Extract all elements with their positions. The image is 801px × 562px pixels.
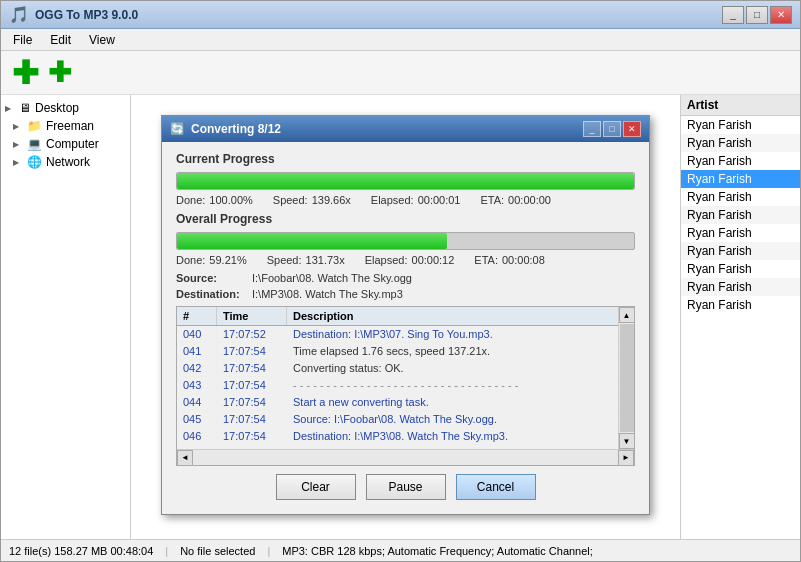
- log-row: 04217:07:54Converting status: OK.: [177, 360, 618, 377]
- log-cell-num: 043: [177, 377, 217, 393]
- sidebar-item-computer[interactable]: ▶ 💻 Computer: [1, 135, 130, 153]
- menu-edit[interactable]: Edit: [42, 31, 79, 49]
- toolbar: ✚ ✚: [1, 51, 800, 95]
- sidebar-item-desktop[interactable]: ▶ 🖥 Desktop: [1, 99, 130, 117]
- scroll-down-button[interactable]: ▼: [619, 433, 635, 449]
- log-cell-desc: Converting status: OK.: [287, 360, 618, 376]
- add-file-button[interactable]: ✚: [7, 55, 43, 91]
- arrow-icon: ▶: [13, 122, 23, 131]
- artist-item[interactable]: Ryan Farish: [681, 278, 800, 296]
- artist-item[interactable]: Ryan Farish: [681, 242, 800, 260]
- status-encoding: MP3: CBR 128 kbps; Automatic Frequency; …: [282, 545, 593, 557]
- overall-eta-stat: ETA: 00:00:08: [474, 254, 544, 266]
- log-row: 04317:07:54- - - - - - - - - - - - - - -…: [177, 377, 618, 394]
- artist-header: Artist: [681, 95, 800, 116]
- overall-speed-stat: Speed: 131.73x: [267, 254, 345, 266]
- content-area: ▶ 🖥 Desktop ▶ 📁 Freeman ▶ 💻 Computer ▶ 🌐…: [1, 95, 800, 539]
- pause-button[interactable]: Pause: [366, 474, 446, 500]
- dialog-title: 🔄 Converting 8/12: [170, 122, 281, 136]
- clear-button[interactable]: Clear: [276, 474, 356, 500]
- add-folder-button[interactable]: ✚: [41, 55, 77, 91]
- app-title: OGG To MP3 9.0.0: [35, 8, 138, 22]
- overall-done-stat: Done: 59.21%: [176, 254, 247, 266]
- overall-done-value: 59.21%: [209, 254, 246, 266]
- main-window: 🎵 OGG To MP3 9.0.0 _ □ ✕ File Edit View …: [0, 0, 801, 562]
- menu-file[interactable]: File: [5, 31, 40, 49]
- log-cell-num: 041: [177, 343, 217, 359]
- arrow-icon: ▶: [5, 104, 15, 113]
- artist-item[interactable]: Ryan Farish: [681, 224, 800, 242]
- overall-speed-value: 131.73x: [306, 254, 345, 266]
- desktop-icon: 🖥: [19, 101, 31, 115]
- arrow-icon: ▶: [13, 140, 23, 149]
- overall-elapsed-value: 00:00:12: [412, 254, 455, 266]
- artist-item[interactable]: Ryan Farish: [681, 116, 800, 134]
- sidebar-item-freeman[interactable]: ▶ 📁 Freeman: [1, 117, 130, 135]
- dialog-minimize-button[interactable]: _: [583, 121, 601, 137]
- main-win-controls: _ □ ✕: [722, 6, 792, 24]
- scroll-left-button[interactable]: ◄: [177, 450, 193, 466]
- dialog-close-button[interactable]: ✕: [623, 121, 641, 137]
- maximize-button[interactable]: □: [746, 6, 768, 24]
- current-progress-stats: Done: 100.00% Speed: 139.66x Elapsed: 00…: [176, 194, 635, 206]
- log-row: 04117:07:54Time elapsed 1.76 secs, speed…: [177, 343, 618, 360]
- log-col-desc: Description: [287, 307, 618, 325]
- computer-icon: 💻: [27, 137, 42, 151]
- log-row: 04517:07:54Source: I:\Foobar\08. Watch T…: [177, 411, 618, 428]
- log-scrollbar[interactable]: ▲ ▼: [618, 307, 634, 449]
- log-cell-time: 17:07:54: [217, 394, 287, 410]
- artist-item[interactable]: Ryan Farish: [681, 134, 800, 152]
- dialog-body: Current Progress Done: 100.00%: [162, 142, 649, 514]
- log-cell-desc: Destination: I:\MP3\07. Sing To You.mp3.: [287, 326, 618, 342]
- status-file-selected: No file selected: [180, 545, 255, 557]
- current-progress-label: Current Progress: [176, 152, 635, 166]
- scroll-up-button[interactable]: ▲: [619, 307, 635, 323]
- main-title-bar: 🎵 OGG To MP3 9.0.0 _ □ ✕: [1, 1, 800, 29]
- dialog-buttons: Clear Pause Cancel: [176, 466, 635, 504]
- destination-label: Destination:: [176, 288, 246, 300]
- network-icon: 🌐: [27, 155, 42, 169]
- overall-progress-container: Done: 59.21% Speed: 131.73x Elapsed: 00:…: [176, 232, 635, 266]
- dialog-icon: 🔄: [170, 122, 185, 136]
- artist-item[interactable]: Ryan Farish: [681, 188, 800, 206]
- sidebar-label-freeman: Freeman: [46, 119, 94, 133]
- destination-row: Destination: I:\MP3\08. Watch The Sky.mp…: [176, 288, 635, 300]
- log-cell-time: 17:07:54: [217, 377, 287, 393]
- log-cell-time: 17:07:54: [217, 343, 287, 359]
- app-icon: 🎵: [9, 5, 29, 24]
- minimize-button[interactable]: _: [722, 6, 744, 24]
- sidebar-label-desktop: Desktop: [35, 101, 79, 115]
- artist-item[interactable]: Ryan Farish: [681, 152, 800, 170]
- dialog-maximize-button[interactable]: □: [603, 121, 621, 137]
- artist-list: Ryan FarishRyan FarishRyan FarishRyan Fa…: [681, 116, 800, 314]
- source-row: Source: I:\Foobar\08. Watch The Sky.ogg: [176, 272, 635, 284]
- overall-progress-label: Overall Progress: [176, 212, 635, 226]
- artist-item[interactable]: Ryan Farish: [681, 206, 800, 224]
- log-cell-desc: Source: I:\Foobar\08. Watch The Sky.ogg.: [287, 411, 618, 427]
- current-done-value: 100.00%: [209, 194, 252, 206]
- add-file-icon: ✚: [12, 57, 39, 89]
- log-cell-num: 046: [177, 428, 217, 444]
- log-cell-desc: Start a new converting task.: [287, 394, 618, 410]
- sidebar-label-network: Network: [46, 155, 90, 169]
- status-file-info: 12 file(s) 158.27 MB 00:48:04: [9, 545, 153, 557]
- dialog-overlay: 🔄 Converting 8/12 _ □ ✕ Current Progress: [131, 95, 680, 539]
- menu-view[interactable]: View: [81, 31, 123, 49]
- scroll-right-button[interactable]: ►: [618, 450, 634, 466]
- artist-item[interactable]: Ryan Farish: [681, 170, 800, 188]
- log-cell-num: 042: [177, 360, 217, 376]
- artist-item[interactable]: Ryan Farish: [681, 260, 800, 278]
- log-scroll[interactable]: 04017:07:52Destination: I:\MP3\07. Sing …: [177, 326, 618, 449]
- artist-item[interactable]: Ryan Farish: [681, 296, 800, 314]
- close-button[interactable]: ✕: [770, 6, 792, 24]
- current-elapsed-value: 00:00:01: [418, 194, 461, 206]
- sidebar-label-computer: Computer: [46, 137, 99, 151]
- log-cell-desc: Time elapsed 1.76 secs, speed 137.21x.: [287, 343, 618, 359]
- overall-progress-bar-fill: [177, 233, 447, 249]
- log-cell-num: 044: [177, 394, 217, 410]
- sidebar-item-network[interactable]: ▶ 🌐 Network: [1, 153, 130, 171]
- log-row: 04617:07:54Destination: I:\MP3\08. Watch…: [177, 428, 618, 445]
- arrow-icon: ▶: [13, 158, 23, 167]
- cancel-button[interactable]: Cancel: [456, 474, 536, 500]
- hscroll-track: [193, 450, 618, 465]
